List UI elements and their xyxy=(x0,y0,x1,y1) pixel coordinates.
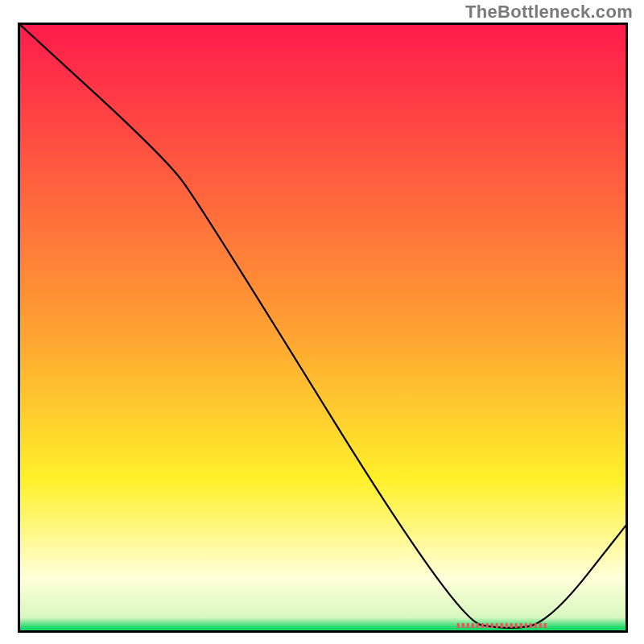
screenshot-root: TheBottleneck.com xyxy=(0,0,644,644)
chart-svg xyxy=(18,23,628,633)
attribution-label: TheBottleneck.com xyxy=(465,2,633,23)
chart-gradient-background xyxy=(18,23,628,633)
chart-plot-area xyxy=(18,23,628,633)
